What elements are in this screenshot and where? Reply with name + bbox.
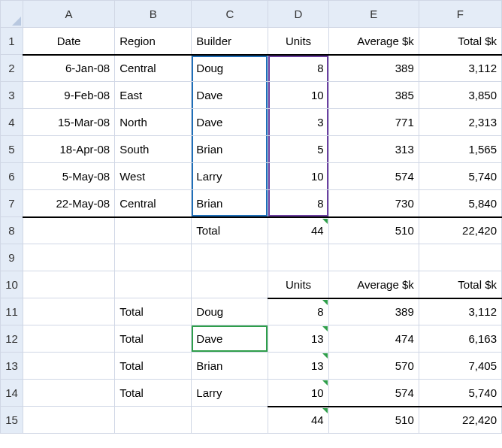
cell-E2[interactable]: 389 xyxy=(328,55,419,82)
cell-C4[interactable]: Dave xyxy=(192,109,268,136)
cell-E7[interactable]: 730 xyxy=(328,190,419,217)
cell-D2[interactable]: 8 xyxy=(268,55,328,82)
cell-F15[interactable]: 22,420 xyxy=(419,407,501,434)
row-header-3[interactable]: 3 xyxy=(1,82,23,109)
cell-C2[interactable]: Doug xyxy=(192,55,268,82)
cell-D14[interactable]: 10 xyxy=(268,380,328,407)
cell-D15[interactable]: 44 xyxy=(268,407,328,434)
cell-F3[interactable]: 3,850 xyxy=(419,82,501,109)
cell-E3[interactable]: 385 xyxy=(328,82,419,109)
cell-F14[interactable]: 5,740 xyxy=(419,380,501,407)
row-header-9[interactable]: 9 xyxy=(1,244,23,271)
row-header-10[interactable]: 10 xyxy=(1,271,23,298)
cell-C3[interactable]: Dave xyxy=(192,82,268,109)
cell-A15[interactable] xyxy=(23,407,115,434)
cell-A13[interactable] xyxy=(23,353,115,380)
cell-B6[interactable]: West xyxy=(115,163,192,190)
cell-F13[interactable]: 7,405 xyxy=(419,353,501,380)
cell-D12[interactable]: 13 xyxy=(268,325,328,353)
cell-E15[interactable]: 510 xyxy=(328,407,419,434)
cell-F4[interactable]: 2,313 xyxy=(419,109,501,136)
cell-B13[interactable]: Total xyxy=(115,353,192,380)
cell-D10[interactable]: Units xyxy=(268,271,328,298)
cell-B7[interactable]: Central xyxy=(115,190,192,217)
cell-B15[interactable] xyxy=(115,407,192,434)
cell-D9[interactable] xyxy=(268,244,328,271)
cell-C12[interactable]: Dave xyxy=(192,325,268,353)
cell-B9[interactable] xyxy=(115,244,192,271)
row-header-7[interactable]: 7 xyxy=(1,190,23,217)
cell-F12[interactable]: 6,163 xyxy=(419,325,501,353)
cell-E14[interactable]: 574 xyxy=(328,380,419,407)
cell-A9[interactable] xyxy=(23,244,115,271)
cell-D11[interactable]: 8 xyxy=(268,298,328,325)
row-header-1[interactable]: 1 xyxy=(1,28,23,55)
cell-C13[interactable]: Brian xyxy=(192,353,268,380)
row-header-8[interactable]: 8 xyxy=(1,217,23,244)
cell-B3[interactable]: East xyxy=(115,82,192,109)
cell-C1[interactable]: Builder xyxy=(192,28,268,55)
cell-E6[interactable]: 574 xyxy=(328,163,419,190)
cell-A2[interactable]: 6-Jan-08 xyxy=(23,55,115,82)
col-header-A[interactable]: A xyxy=(23,1,115,28)
cell-C15[interactable] xyxy=(192,407,268,434)
cell-F5[interactable]: 1,565 xyxy=(419,136,501,163)
cell-B14[interactable]: Total xyxy=(115,380,192,407)
cell-D6[interactable]: 10 xyxy=(268,163,328,190)
row-header-15[interactable]: 15 xyxy=(1,407,23,434)
cell-F10[interactable]: Total $k xyxy=(419,271,501,298)
cell-B8[interactable] xyxy=(115,217,192,244)
cell-C7[interactable]: Brian xyxy=(192,190,268,217)
cell-D5[interactable]: 5 xyxy=(268,136,328,163)
cell-E10[interactable]: Average $k xyxy=(328,271,419,298)
col-header-F[interactable]: F xyxy=(419,1,501,28)
cell-B12[interactable]: Total xyxy=(115,325,192,353)
cell-E11[interactable]: 389 xyxy=(328,298,419,325)
row-header-13[interactable]: 13 xyxy=(1,353,23,380)
cell-C8[interactable]: Total xyxy=(192,217,268,244)
cell-B5[interactable]: South xyxy=(115,136,192,163)
cell-E4[interactable]: 771 xyxy=(328,109,419,136)
cell-D13[interactable]: 13 xyxy=(268,353,328,380)
cell-A12[interactable] xyxy=(23,325,115,353)
cell-A3[interactable]: 9-Feb-08 xyxy=(23,82,115,109)
row-header-11[interactable]: 11 xyxy=(1,298,23,325)
cell-D8[interactable]: 44 xyxy=(268,217,328,244)
spreadsheet-grid[interactable]: A B C D E F 1 Date Region Builder Units … xyxy=(0,0,502,434)
cell-F1[interactable]: Total $k xyxy=(419,28,501,55)
cell-E5[interactable]: 313 xyxy=(328,136,419,163)
cell-E12[interactable]: 474 xyxy=(328,325,419,353)
col-header-C[interactable]: C xyxy=(192,1,268,28)
cell-B4[interactable]: North xyxy=(115,109,192,136)
col-header-B[interactable]: B xyxy=(115,1,192,28)
row-header-6[interactable]: 6 xyxy=(1,163,23,190)
cell-F11[interactable]: 3,112 xyxy=(419,298,501,325)
col-header-E[interactable]: E xyxy=(328,1,419,28)
cell-C11[interactable]: Doug xyxy=(192,298,268,325)
cell-A5[interactable]: 18-Apr-08 xyxy=(23,136,115,163)
cell-B2[interactable]: Central xyxy=(115,55,192,82)
select-all-corner[interactable] xyxy=(1,1,23,28)
row-header-4[interactable]: 4 xyxy=(1,109,23,136)
cell-F6[interactable]: 5,740 xyxy=(419,163,501,190)
row-header-12[interactable]: 12 xyxy=(1,325,23,353)
cell-B11[interactable]: Total xyxy=(115,298,192,325)
cell-B1[interactable]: Region xyxy=(115,28,192,55)
cell-C6[interactable]: Larry xyxy=(192,163,268,190)
cell-B10[interactable] xyxy=(115,271,192,298)
cell-F2[interactable]: 3,112 xyxy=(419,55,501,82)
cell-F7[interactable]: 5,840 xyxy=(419,190,501,217)
cell-C5[interactable]: Brian xyxy=(192,136,268,163)
cell-C10[interactable] xyxy=(192,271,268,298)
cell-A1[interactable]: Date xyxy=(23,28,115,55)
row-header-5[interactable]: 5 xyxy=(1,136,23,163)
cell-F8[interactable]: 22,420 xyxy=(419,217,501,244)
cell-A14[interactable] xyxy=(23,380,115,407)
cell-E13[interactable]: 570 xyxy=(328,353,419,380)
cell-D7[interactable]: 8 xyxy=(268,190,328,217)
cell-A10[interactable] xyxy=(23,271,115,298)
cell-E9[interactable] xyxy=(328,244,419,271)
cell-A7[interactable]: 22-May-08 xyxy=(23,190,115,217)
cell-C14[interactable]: Larry xyxy=(192,380,268,407)
row-header-14[interactable]: 14 xyxy=(1,380,23,407)
